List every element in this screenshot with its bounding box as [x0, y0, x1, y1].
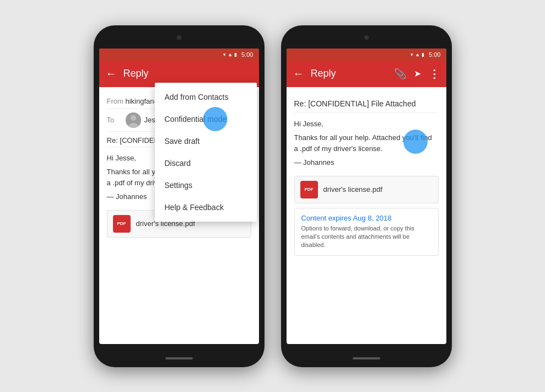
menu-item-discard[interactable]: Discard [155, 152, 257, 174]
status-time-2: 5:00 [429, 51, 440, 58]
send-icon[interactable]: ➤ [414, 68, 421, 79]
pdf-icon-2: PDF [300, 181, 318, 198]
wifi-icon-2: ▾ [411, 52, 413, 57]
menu-item-help[interactable]: Help & Feedback [155, 196, 257, 218]
menu-item-save-draft[interactable]: Save draft [155, 130, 257, 152]
phone-screen-2: ▾ ▲ ▮ 5:00 ← Reply 📎 ➤ ⋮ Re: [CONFIDENTI… [287, 49, 446, 344]
toolbar-2: ← Reply 📎 ➤ ⋮ [287, 61, 446, 87]
signal-icon-1: ▲ [228, 52, 233, 57]
attachment-card-2[interactable]: PDF driver's license.pdf [294, 176, 439, 203]
status-icons-1: ▾ ▲ ▮ [223, 52, 237, 57]
dropdown-menu-1: Add from Contacts Confidential mode Save… [155, 83, 257, 222]
status-icons-2: ▾ ▲ ▮ [411, 52, 424, 57]
attachment-name-2: driver's license.pdf [323, 185, 382, 194]
more-icon[interactable]: ⋮ [429, 67, 440, 80]
back-button-2[interactable]: ← [293, 67, 304, 80]
to-label: To [107, 116, 126, 124]
toolbar-title-1: Reply [123, 68, 252, 79]
status-time-1: 5:00 [241, 51, 253, 58]
phone-2: ▾ ▲ ▮ 5:00 ← Reply 📎 ➤ ⋮ Re: [CONFIDENTI… [281, 25, 452, 367]
toolbar-title-2: Reply [311, 68, 387, 79]
home-indicator-2 [353, 357, 380, 359]
camera-dot-2 [364, 35, 369, 40]
toolbar-actions-2: 📎 ➤ ⋮ [394, 67, 440, 80]
body-text-2: Hi Jesse, Thanks for all your help. Atta… [294, 113, 439, 171]
status-bar-2: ▾ ▲ ▮ 5:00 [287, 49, 446, 61]
subject-text-2: Re: [CONFIDENTIAL] File Attached [294, 99, 416, 108]
pdf-icon-1: PDF [113, 215, 131, 233]
svg-point-1 [131, 115, 136, 121]
body2-line-2: Thanks for all your help. Attached you'l… [294, 132, 439, 143]
body2-line-0: Hi Jesse, [294, 119, 439, 130]
body2-line-5: — Johannes [294, 157, 439, 168]
confidential-body: Options to forward, download, or copy th… [301, 224, 431, 250]
pdf-icon-text-1: PDF [117, 221, 126, 226]
status-bar-1: ▾ ▲ ▮ 5:00 [99, 49, 259, 61]
signal-icon-2: ▲ [415, 52, 420, 57]
wifi-icon-1: ▾ [223, 52, 226, 57]
email-content-2: Re: [CONFIDENTIAL] File Attached Hi Jess… [287, 87, 446, 262]
attach-icon[interactable]: 📎 [394, 68, 406, 80]
confidential-card: Content expires Aug 8, 2018 Options to f… [294, 208, 439, 256]
battery-icon-1: ▮ [234, 52, 237, 57]
menu-item-settings[interactable]: Settings [155, 174, 257, 196]
confidential-title: Content expires Aug 8, 2018 [301, 214, 431, 222]
camera-dot-1 [177, 35, 181, 40]
touch-ripple-1 [203, 107, 228, 131]
home-indicator-1 [165, 357, 193, 359]
from-label: From [107, 97, 126, 105]
avatar-1 [126, 112, 141, 128]
menu-item-add-contacts[interactable]: Add from Contacts [155, 86, 257, 108]
battery-icon-2: ▮ [422, 52, 424, 57]
phone-1: ▾ ▲ ▮ 5:00 ← Reply From hikingfan@gma...… [94, 25, 265, 367]
back-button-1[interactable]: ← [106, 67, 117, 80]
menu-item-confidential[interactable]: Confidential mode [155, 108, 257, 130]
body2-line-3: a .pdf of my driver's license. [294, 143, 439, 154]
phone-screen-1: ▾ ▲ ▮ 5:00 ← Reply From hikingfan@gma...… [99, 49, 259, 344]
subject-row-2: Re: [CONFIDENTIAL] File Attached [294, 94, 439, 113]
pdf-icon-text-2: PDF [305, 187, 314, 192]
